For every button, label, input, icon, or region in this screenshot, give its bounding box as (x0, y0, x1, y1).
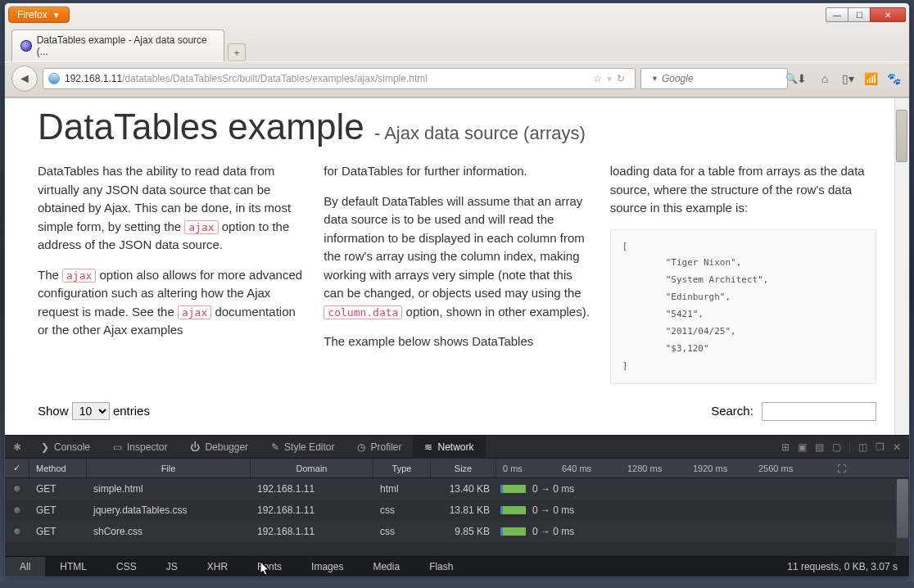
th-extn[interactable]: Extn.▲▼ (449, 429, 563, 435)
feed-button[interactable]: 📶 (862, 72, 880, 85)
url-path: /datatables/DataTablesSrc/built/DataTabl… (122, 73, 428, 84)
network-request-row[interactable]: GETsimple.html192.168.1.11html13.40 KB0 … (5, 478, 909, 500)
header-type[interactable]: Type (373, 459, 431, 477)
waterfall-bar (503, 485, 526, 493)
code-ajax: ajax (62, 269, 96, 283)
tab-profiler[interactable]: ◷Profiler (346, 436, 413, 459)
cell-method: GET (29, 483, 87, 495)
network-request-row[interactable]: GETshCore.css192.168.1.11css9.85 KB0 → 0… (5, 521, 909, 542)
cell-type: css (373, 526, 431, 537)
cell-time: 0 → 0 ms (532, 504, 574, 516)
th-salary[interactable]: Salary▲▼ (744, 429, 876, 435)
cell-method: GET (29, 526, 87, 537)
network-summary: 11 requests, 0 KB, 3.07 s (787, 561, 909, 572)
header-file[interactable]: File (87, 459, 251, 477)
code-ajax: ajax (178, 305, 211, 319)
network-icon: ≋ (424, 441, 432, 453)
maximize-button[interactable]: ☐ (848, 7, 871, 22)
cell-time: 0 → 0 ms (532, 526, 574, 537)
cell-time: 0 → 0 ms (532, 483, 574, 495)
inspector-icon: ▭ (113, 441, 122, 453)
devtools-options-button[interactable]: ✱ (5, 436, 29, 459)
cell-file: shCore.css (87, 526, 251, 537)
filter-css[interactable]: CSS (102, 557, 152, 577)
chevron-down-icon: ▼ (52, 11, 61, 20)
length-control: Show 10 entries (38, 402, 150, 420)
cell-size: 9.85 KB (431, 526, 496, 537)
firefox-label: Firefox (17, 9, 48, 20)
header-domain[interactable]: Domain (251, 459, 373, 477)
tab-debugger[interactable]: ⏻Debugger (179, 436, 260, 459)
devtools-icon-2[interactable]: ▣ (798, 441, 807, 453)
devtools-popout-button[interactable]: ❐ (876, 441, 885, 453)
back-button[interactable]: ◄ (11, 66, 38, 92)
search-input[interactable] (662, 73, 785, 84)
filter-media[interactable]: Media (358, 557, 414, 577)
th-startdate[interactable]: Start date▲▼ (563, 429, 744, 435)
intro-paragraph-3: for DataTables for further information. (324, 162, 590, 181)
cell-domain: 192.168.1.11 (251, 483, 373, 495)
devtools-icon-4[interactable]: ▢ (832, 441, 841, 453)
downloads-button[interactable]: ⬇ (793, 72, 811, 85)
tab-title: DataTables example - Ajax data source (.… (37, 34, 215, 57)
cell-domain: 192.168.1.11 (251, 504, 373, 516)
url-bar[interactable]: 192.168.1.11/datatables/DataTablesSrc/bu… (43, 68, 636, 89)
new-tab-button[interactable]: + (228, 43, 246, 61)
close-button[interactable]: ✕ (870, 7, 906, 22)
reload-button[interactable]: ↻ (612, 73, 630, 84)
window-controls: — ☐ ✕ (826, 7, 906, 22)
header-status[interactable]: ✓ (5, 459, 29, 477)
minimize-button[interactable]: — (826, 7, 848, 22)
addon-button[interactable]: 🐾 (885, 72, 903, 85)
devtools-panel: ✱ ❯Console ▭Inspector ⏻Debugger ✎Style E… (5, 435, 909, 577)
search-bar[interactable]: ▼ 🔍 (640, 68, 788, 89)
header-size[interactable]: Size (431, 459, 496, 477)
code-columndata: column.data (324, 305, 402, 319)
filter-images[interactable]: Images (296, 557, 358, 577)
devtools-close-button[interactable]: ✕ (893, 441, 901, 453)
expand-icon[interactable]: ⛶ (837, 464, 903, 473)
filter-xhr[interactable]: XHR (192, 557, 242, 577)
cell-method: GET (29, 504, 87, 516)
table-search-input[interactable] (762, 402, 876, 421)
th-name[interactable]: Name▲ (38, 429, 161, 435)
bookmark-star-icon[interactable]: ☆ (588, 73, 607, 84)
code-ajax: ajax (184, 220, 218, 234)
entries-select[interactable]: 10 (72, 402, 110, 420)
search-engine-dropdown-icon[interactable]: ▼ (648, 75, 662, 83)
header-method[interactable]: Method (29, 459, 87, 477)
bookmarks-button[interactable]: ▯▾ (839, 72, 857, 85)
filter-html[interactable]: HTML (45, 557, 102, 577)
cell-file: jquery.dataTables.css (87, 504, 251, 516)
tab-console[interactable]: ❯Console (29, 436, 102, 459)
cell-waterfall: 0 → 0 ms (496, 483, 896, 495)
status-dot-icon (13, 506, 21, 514)
cell-waterfall: 0 → 0 ms (496, 526, 896, 537)
filter-all[interactable]: All (5, 557, 45, 577)
devtools-scrollbar[interactable] (896, 478, 909, 556)
firefox-menu-button[interactable]: Firefox ▼ (8, 7, 70, 23)
url-host: 192.168.1.11 (65, 73, 122, 84)
network-filters: AllHTMLCSSJSXHRFontsImagesMediaFlash 11 … (5, 556, 909, 577)
tab-inspector[interactable]: ▭Inspector (102, 436, 179, 459)
filter-flash[interactable]: Flash (414, 557, 468, 577)
tab-styleeditor[interactable]: ✎Style Editor (260, 436, 346, 459)
devtools-icon-3[interactable]: ▤ (815, 441, 824, 453)
page-scrollbar[interactable] (894, 98, 909, 435)
th-position[interactable]: Position▲▼ (161, 429, 322, 435)
filter-fonts[interactable]: Fonts (242, 557, 296, 577)
tab-network[interactable]: ≋Network (413, 436, 485, 459)
browser-tab[interactable]: DataTables example - Ajax data source (.… (11, 29, 224, 61)
header-timeline[interactable]: 0 ms 640 ms 1280 ms 1920 ms 2560 ms ⛶ (496, 464, 909, 473)
network-request-row[interactable]: GETjquery.dataTables.css192.168.1.11css1… (5, 500, 909, 521)
waterfall-bar (503, 506, 526, 514)
cell-type: html (373, 483, 431, 495)
th-office[interactable]: Office▲▼ (322, 429, 449, 435)
cell-file: simple.html (87, 483, 251, 495)
home-button[interactable]: ⌂ (816, 72, 834, 85)
devtools-icon-1[interactable]: ⊞ (781, 441, 790, 453)
filter-js[interactable]: JS (152, 557, 192, 577)
data-table: Name▲ Position▲▼ Office▲▼ Extn.▲▼ Start … (38, 429, 876, 435)
network-headers: ✓ Method File Domain Type Size 0 ms 640 … (5, 459, 909, 478)
devtools-dock-button[interactable]: ◫ (858, 441, 867, 453)
